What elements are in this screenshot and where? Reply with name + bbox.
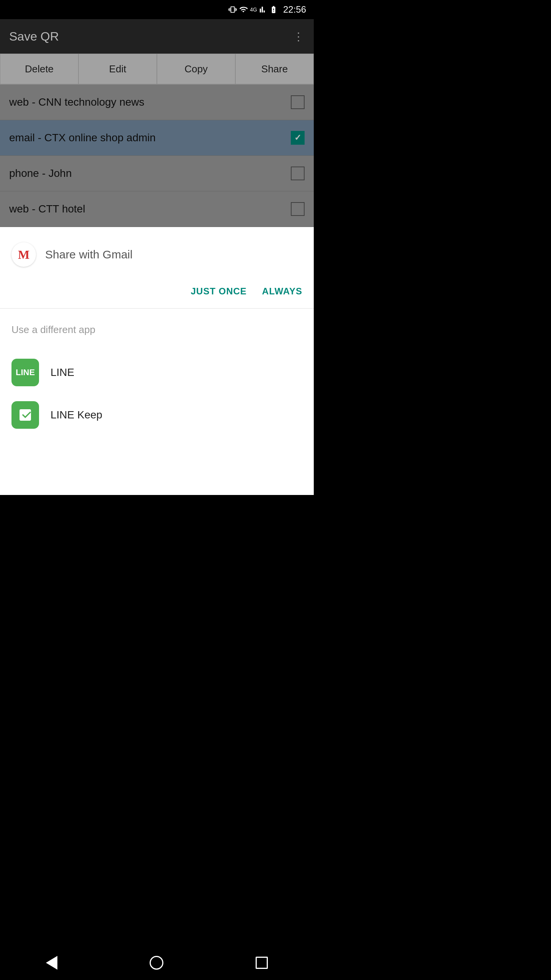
list-item-text: web - CNN technology news [9, 96, 144, 108]
list-item[interactable]: web - CNN technology news [0, 85, 314, 120]
line-icon-text: LINE [16, 368, 35, 377]
share-header: M Share with Gmail [0, 227, 314, 282]
time-display: 22:56 [283, 4, 306, 15]
edit-button[interactable]: Edit [78, 54, 157, 84]
share-button[interactable]: Share [235, 54, 314, 84]
copy-button[interactable]: Copy [157, 54, 235, 84]
checkbox-item-1[interactable] [291, 131, 305, 145]
action-buttons-bar: Delete Edit Copy Share [0, 54, 314, 85]
qr-list: web - CNN technology news email - CTX on… [0, 85, 314, 227]
line-keep-icon [11, 401, 39, 429]
list-item-text-3: web - CTT hotel [9, 203, 85, 215]
battery-icon [269, 5, 278, 14]
checkbox-item-2[interactable] [291, 167, 305, 180]
more-options-icon[interactable]: ⋮ [293, 30, 305, 43]
list-item-text-selected: email - CTX online shop admin [9, 132, 156, 144]
share-with-gmail-label: Share with Gmail [45, 248, 132, 261]
gmail-icon: M [11, 242, 36, 267]
always-button[interactable]: ALWAYS [262, 286, 302, 297]
checkbox-item-3[interactable] [291, 202, 305, 216]
app-title: Save QR [9, 29, 59, 44]
checkbox-item-0[interactable] [291, 95, 305, 109]
share-actions: JUST ONCE ALWAYS [0, 282, 314, 308]
status-bar: 4G 22:56 [0, 0, 314, 19]
line-icon: LINE [11, 359, 39, 386]
signal-icon [259, 5, 267, 14]
line-keep-icon-svg [18, 407, 33, 423]
list-item[interactable]: phone - John [0, 156, 314, 191]
line-keep-app-name: LINE Keep [51, 409, 102, 421]
line-app-name: LINE [51, 366, 74, 379]
top-section: Delete Edit Copy Share web - CNN technol… [0, 54, 314, 227]
wifi-icon [239, 5, 248, 14]
list-item-selected[interactable]: email - CTX online shop admin [0, 120, 314, 156]
line-keep-app-item[interactable]: LINE Keep [0, 398, 314, 432]
list-item[interactable]: web - CTT hotel [0, 191, 314, 227]
line-app-item[interactable]: LINE LINE [0, 347, 314, 398]
app-bar: Save QR ⋮ [0, 19, 314, 54]
delete-button[interactable]: Delete [0, 54, 78, 84]
use-different-app-label: Use a different app [0, 320, 314, 347]
gmail-m-letter: M [18, 248, 29, 262]
list-item-text-2: phone - John [9, 167, 72, 180]
share-sheet: M Share with Gmail JUST ONCE ALWAYS Use … [0, 227, 314, 495]
divider [0, 308, 314, 309]
status-icons: 4G 22:56 [228, 4, 306, 15]
network-label: 4G [250, 7, 257, 13]
vibrate-icon [228, 5, 237, 14]
just-once-button[interactable]: JUST ONCE [191, 286, 247, 297]
